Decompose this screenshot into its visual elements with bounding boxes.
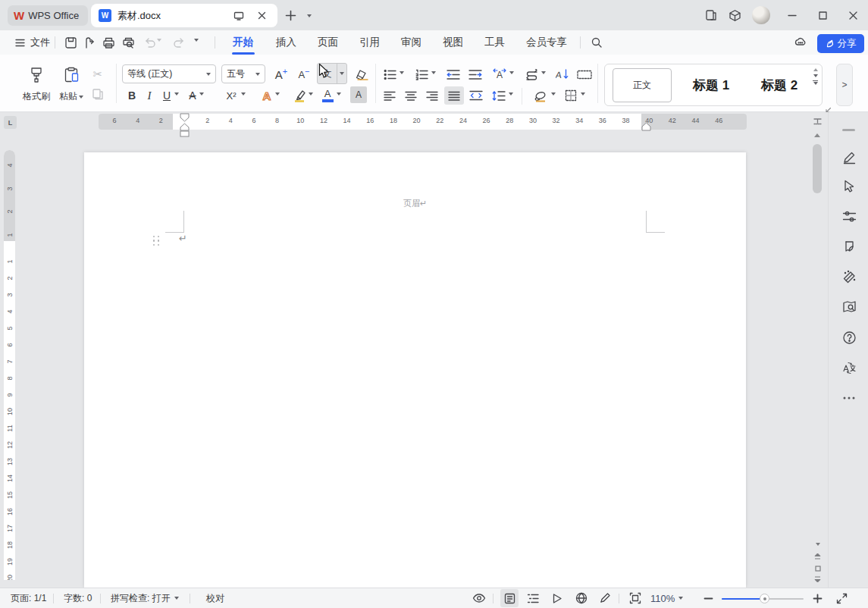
text-effects-chevron-icon[interactable] [275, 92, 280, 96]
next-page-icon[interactable] [813, 575, 822, 584]
edit-pen-icon[interactable] [839, 147, 859, 167]
fit-page-icon[interactable] [626, 589, 644, 607]
tab-device-sync-icon[interactable] [230, 8, 247, 24]
prev-page-icon[interactable] [813, 552, 822, 560]
window-close-button[interactable] [844, 7, 861, 24]
line-spacing-chevron-icon[interactable] [509, 92, 513, 96]
superscript-button[interactable]: X² [221, 86, 241, 105]
gallery-more-icon[interactable] [813, 80, 818, 85]
spellcheck-status[interactable]: 拼写检查: 打开 [111, 588, 179, 608]
share-button[interactable]: 分享 [817, 34, 864, 53]
paste-chevron-icon[interactable] [79, 96, 83, 99]
font-name-select[interactable]: 等线 (正文) [122, 64, 216, 83]
paragraph-drag-handle[interactable] [152, 234, 161, 247]
show-marks-button[interactable] [574, 65, 595, 83]
scroll-down-icon[interactable] [813, 540, 822, 548]
italic-button[interactable]: I [142, 86, 157, 105]
style-heading1[interactable]: 标题 1 [679, 69, 743, 102]
borders-chevron-icon[interactable] [581, 92, 585, 96]
line-spacing-button[interactable] [489, 86, 509, 105]
distribute-button[interactable] [466, 86, 486, 105]
char-scaling-chevron-icon[interactable] [509, 71, 514, 74]
vertical-ruler[interactable]: 43211234567891011121314151617181920 [4, 150, 15, 580]
tab-close-icon[interactable] [253, 8, 270, 24]
tab-review[interactable]: 审阅 [398, 30, 425, 55]
phonetic-chevron-icon[interactable] [337, 64, 346, 83]
zoom-percent[interactable]: 110% [650, 588, 683, 608]
borders-button[interactable] [561, 86, 581, 105]
tab-member[interactable]: 会员专享 [523, 30, 570, 55]
print-preview-button[interactable] [121, 35, 136, 50]
cloud-more-icon[interactable] [793, 35, 808, 50]
gallery-up-icon[interactable] [813, 68, 818, 71]
zoom-in-button[interactable] [808, 589, 826, 607]
tab-view[interactable]: 视图 [440, 30, 466, 55]
tab-home[interactable]: 开始 [230, 30, 256, 55]
zoom-out-button[interactable] [699, 589, 717, 607]
superscript-chevron-icon[interactable] [241, 92, 246, 96]
smart-tools-wand-icon[interactable] [839, 267, 859, 287]
cut-button[interactable]: ✂ [89, 67, 106, 82]
pen-annotate-icon[interactable] [596, 589, 614, 607]
user-avatar[interactable] [752, 6, 770, 24]
undo-chevron-icon[interactable] [157, 39, 161, 42]
numbered-list-chevron-icon[interactable] [431, 71, 436, 74]
tab-page[interactable]: 页面 [315, 30, 341, 55]
sort-button[interactable]: A [553, 65, 572, 83]
tab-references[interactable]: 引用 [356, 30, 383, 55]
shading-button[interactable] [531, 86, 550, 105]
document-page[interactable]: 页眉↵ ↵ [84, 152, 746, 588]
apps-cube-icon[interactable] [726, 7, 743, 24]
tab-insert[interactable]: 插入 [273, 30, 299, 55]
window-maximize-button[interactable] [814, 7, 831, 24]
numbered-list-button[interactable] [412, 65, 431, 83]
page-indicator[interactable]: 页面: 1/1 [11, 588, 46, 608]
grow-font-button[interactable]: A+ [271, 65, 291, 83]
print-button[interactable] [101, 35, 116, 50]
help-icon[interactable] [839, 328, 859, 347]
font-size-select[interactable]: 五号 [221, 64, 265, 83]
align-right-button[interactable] [423, 86, 441, 105]
ruler-toggle-icon[interactable] [812, 115, 823, 127]
play-presentation-icon[interactable] [548, 589, 566, 607]
text-effects-button[interactable]: A [258, 86, 276, 105]
page-view-icon[interactable] [500, 589, 519, 607]
underline-chevron-icon[interactable] [174, 92, 179, 96]
proofread-button[interactable]: 校对 [206, 588, 224, 608]
font-color-button[interactable]: A [318, 86, 337, 105]
char-shading-button[interactable]: A [350, 86, 367, 103]
search-icon[interactable] [590, 36, 603, 49]
translate-icon[interactable] [839, 358, 859, 378]
gallery-down-icon[interactable] [813, 74, 818, 77]
right-indent-marker[interactable] [641, 122, 651, 131]
select-cursor-icon[interactable] [839, 176, 859, 196]
clear-format-button[interactable] [352, 65, 371, 83]
font-color-chevron-icon[interactable] [337, 92, 341, 96]
vertical-scrollbar-thumb[interactable] [813, 144, 822, 193]
doc-finder-icon[interactable] [839, 297, 859, 317]
paste-button[interactable]: 粘贴 [55, 64, 88, 105]
toolbar-options-chevron-icon[interactable] [194, 39, 199, 42]
phonetic-guide-button[interactable]: 文 [317, 63, 347, 84]
undo-button[interactable] [143, 35, 158, 50]
underline-button[interactable]: U [158, 86, 175, 105]
shrink-font-button[interactable]: A− [294, 65, 314, 83]
style-heading2[interactable]: 标题 2 [747, 69, 811, 102]
first-line-indent-marker[interactable] [180, 113, 190, 122]
export-pdf-button[interactable] [82, 35, 97, 50]
scroll-up-icon[interactable] [814, 133, 820, 137]
document-assistant-icon[interactable] [839, 237, 859, 256]
cjk-layout-chevron-icon[interactable] [541, 71, 546, 74]
char-scaling-button[interactable]: A [490, 65, 509, 83]
strikethrough-button[interactable]: A [184, 86, 201, 105]
word-count[interactable]: 字数: 0 [64, 588, 92, 608]
increase-indent-button[interactable] [465, 65, 485, 83]
align-center-button[interactable] [402, 86, 420, 105]
more-tools-icon[interactable] [839, 388, 859, 408]
app-menu-button[interactable]: W WPS Office [8, 5, 88, 26]
bullet-list-chevron-icon[interactable] [400, 71, 404, 74]
shading-chevron-icon[interactable] [551, 92, 556, 96]
highlight-button[interactable] [290, 86, 309, 105]
fullscreen-icon[interactable] [832, 589, 851, 607]
mobile-link-icon[interactable] [703, 7, 719, 24]
